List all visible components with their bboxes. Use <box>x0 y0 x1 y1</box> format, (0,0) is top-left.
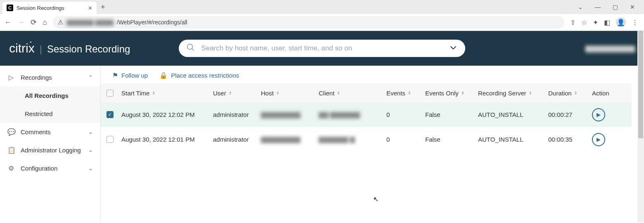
chevron-down-icon: ⌄ <box>88 165 93 171</box>
sidebar-item-comments[interactable]: 💬 Comments ⌄ <box>0 123 100 141</box>
place-restrictions-button[interactable]: 🔒 Place access restrictions <box>159 71 239 79</box>
column-header-start-time[interactable]: Start Time▲▼ <box>121 90 213 97</box>
profile-avatar[interactable]: 👤 <box>616 17 626 27</box>
minimize-icon[interactable]: — <box>592 4 604 10</box>
column-header-action: Action <box>592 90 617 97</box>
cell-start-time: August 30, 2022 12:01 PM <box>121 136 213 143</box>
sidebar-item-all-recordings[interactable]: All Recordings <box>0 86 100 104</box>
back-button[interactable]: ← <box>4 18 12 27</box>
cell-events-only: False <box>425 136 478 143</box>
bookmark-icon[interactable]: ☆ <box>581 19 587 26</box>
cell-recording-server: AUTO_INSTALL <box>478 136 548 143</box>
sidepanel-icon[interactable]: ◧ <box>604 19 610 26</box>
chevron-up-icon: ⌃ <box>88 74 93 81</box>
brand-divider: | <box>40 43 42 55</box>
extensions-icon[interactable]: ✦ <box>593 19 598 26</box>
search-input[interactable] <box>200 44 444 53</box>
cell-events-only: False <box>425 111 478 118</box>
sidebar-item-configuration[interactable]: ⚙ Configuration ⌄ <box>0 159 100 177</box>
sidebar-item-label: All Recordings <box>25 92 69 99</box>
column-header-select[interactable] <box>107 90 121 97</box>
cell-duration: 00:00:27 <box>548 111 592 118</box>
brand-logo: citrix•• <box>9 41 35 55</box>
column-header-duration[interactable]: Duration▲▼ <box>548 90 592 97</box>
sidebar-item-label: Recordings <box>21 74 83 81</box>
header-user[interactable]: ▇▇▇▇▇▇▇▇▇▇ <box>585 45 635 52</box>
close-tab-icon[interactable]: ✕ <box>88 5 92 11</box>
sidebar-item-restricted[interactable]: Restricted <box>0 104 100 123</box>
row-checkbox[interactable]: ✓ <box>107 111 114 118</box>
follow-up-button[interactable]: ⚑ Follow up <box>112 71 148 79</box>
row-checkbox[interactable] <box>107 136 114 143</box>
sidebar-item-admin-logging[interactable]: 📋 Administrator Logging ⌄ <box>0 141 100 159</box>
main-content: ⚑ Follow up 🔒 Place access restrictions … <box>101 66 644 223</box>
column-header-events[interactable]: Events▲▼ <box>386 90 425 97</box>
cell-host: ▇▇▇▇▇▇▇▇ <box>261 111 319 119</box>
sort-icon: ▲▼ <box>152 91 155 95</box>
sort-icon: ▲▼ <box>574 91 578 95</box>
cell-user: administrator <box>213 136 261 143</box>
address-bar[interactable]: ⚠ ▇▇▇▇▇▇ ▇▇▇▇ /WebPlayer/#/recordings/al… <box>53 16 564 28</box>
search-bar[interactable] <box>179 40 465 57</box>
tab-title: Session Recordings <box>17 5 85 11</box>
sidebar-subgroup-recordings: All Recordings Restricted <box>0 86 100 123</box>
table-header-row: Start Time▲▼ User▲▼ Host▲▼ Client▲▼ Even… <box>101 83 632 102</box>
url-obscured: ▇▇▇▇▇▇ ▇▇▇▇ <box>66 19 114 26</box>
sidebar-item-label: Restricted <box>25 110 53 117</box>
column-header-client[interactable]: Client▲▼ <box>319 90 386 97</box>
app-root: citrix•• | Session Recording ▇▇▇▇▇▇▇▇▇▇ … <box>0 31 644 223</box>
forward-button[interactable]: → <box>17 18 25 27</box>
column-header-user[interactable]: User▲▼ <box>213 90 261 97</box>
chevron-down-icon[interactable]: ⌄ <box>575 4 586 10</box>
home-button[interactable]: ⌂ <box>43 18 47 27</box>
browser-chrome: C Session Recordings ✕ + ⌄ — ▢ ✕ ← → ⟳ ⌂… <box>0 0 644 31</box>
close-window-icon[interactable]: ✕ <box>627 4 638 10</box>
share-icon[interactable]: ⇪ <box>570 19 575 26</box>
kebab-menu-icon[interactable]: ⋮ <box>632 19 638 26</box>
svg-line-1 <box>192 48 194 50</box>
sort-icon: ▲▼ <box>229 91 232 95</box>
new-tab-button[interactable]: + <box>101 3 105 12</box>
maximize-icon[interactable]: ▢ <box>609 4 621 10</box>
scrollbar-thumb[interactable] <box>638 66 643 138</box>
app-body: ▷ Recordings ⌃ All Recordings Restricted… <box>0 66 644 223</box>
cell-events: 0 <box>386 136 425 143</box>
column-header-recording-server[interactable]: Recording Server▲▼ <box>478 90 548 97</box>
sort-icon: ▲▼ <box>408 91 411 95</box>
svg-point-0 <box>187 44 193 49</box>
table-row[interactable]: August 30, 2022 12:01 PM administrator ▇… <box>101 127 632 152</box>
sort-icon: ▲▼ <box>337 91 340 95</box>
button-label: Place access restrictions <box>171 72 239 79</box>
sidebar-item-label: Comments <box>21 128 83 135</box>
sort-icon: ▲▼ <box>529 91 532 95</box>
column-header-host[interactable]: Host▲▼ <box>261 90 319 97</box>
sidebar: ▷ Recordings ⌃ All Recordings Restricted… <box>0 66 101 223</box>
select-all-checkbox[interactable] <box>107 90 114 97</box>
reload-button[interactable]: ⟳ <box>31 18 37 27</box>
gear-icon: ⚙ <box>7 164 15 172</box>
admin-log-icon: 📋 <box>7 146 15 154</box>
play-button[interactable]: ▶ <box>592 108 605 121</box>
browser-tab[interactable]: C Session Recordings ✕ <box>2 2 97 14</box>
column-header-events-only[interactable]: Events Only▲▼ <box>425 90 478 97</box>
lock-icon: 🔒 <box>159 71 168 79</box>
recordings-table: Start Time▲▼ User▲▼ Host▲▼ Client▲▼ Even… <box>101 83 632 152</box>
window-controls: ⌄ — ▢ ✕ <box>575 4 642 10</box>
address-bar-row: ← → ⟳ ⌂ ⚠ ▇▇▇▇▇▇ ▇▇▇▇ /WebPlayer/#/recor… <box>0 14 644 31</box>
play-button[interactable]: ▶ <box>592 133 605 146</box>
search-dropdown-icon[interactable] <box>449 43 458 54</box>
table-row[interactable]: ✓ August 30, 2022 12:02 PM administrator… <box>101 102 632 127</box>
flag-icon: ⚑ <box>112 71 118 79</box>
cell-duration: 00:00:35 <box>548 136 592 143</box>
favicon: C <box>7 5 13 11</box>
chevron-down-icon: ⌄ <box>88 147 93 153</box>
button-label: Follow up <box>121 72 148 79</box>
url-visible: /WebPlayer/#/recordings/all <box>117 19 187 26</box>
vertical-scrollbar[interactable] <box>637 66 644 223</box>
search-icon <box>186 43 195 54</box>
cell-start-time: August 30, 2022 12:02 PM <box>121 111 213 118</box>
app-header: citrix•• | Session Recording ▇▇▇▇▇▇▇▇▇▇ <box>0 31 644 66</box>
cell-user: administrator <box>213 111 261 118</box>
sidebar-item-recordings[interactable]: ▷ Recordings ⌃ <box>0 68 100 86</box>
sort-icon: ▲▼ <box>276 91 279 95</box>
